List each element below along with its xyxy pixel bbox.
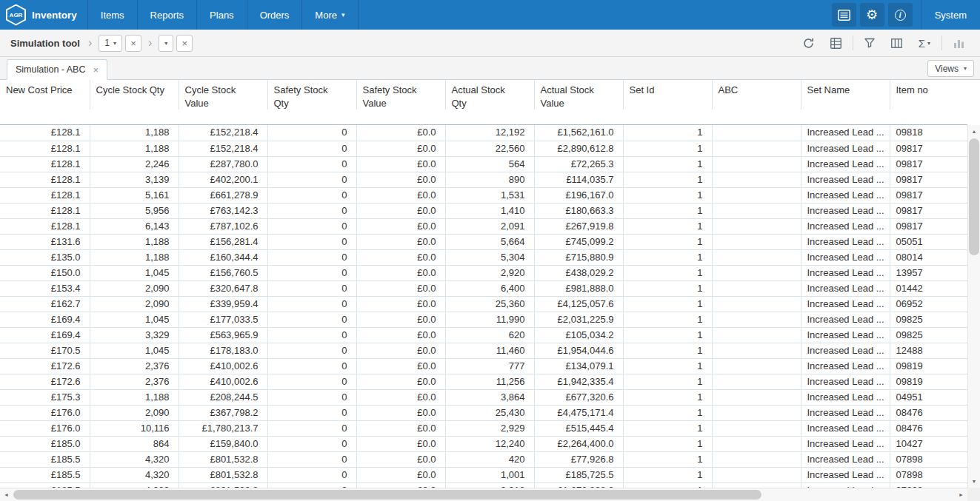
column-header-set-id[interactable]: Set Id [623, 80, 712, 110]
close-icon[interactable]: × [93, 64, 99, 75]
table-row[interactable]: £135.01,188£160,344.40£0.05,304£715,880.… [0, 249, 967, 265]
tab-simulation-abc[interactable]: Simulation - ABC × [7, 59, 107, 80]
cell [712, 187, 801, 203]
nav-item-items[interactable]: Items [87, 0, 138, 30]
nav-item-system[interactable]: System [921, 0, 980, 30]
list-panel-button[interactable] [832, 3, 856, 27]
settings-button[interactable]: ⚙ [860, 3, 884, 27]
column-header-set-name[interactable]: Set Name [801, 80, 890, 110]
cell: £410,002.6 [179, 358, 267, 374]
top-nav: AGR Inventory Items Reports Plans Orders… [0, 0, 980, 30]
scroll-left-icon[interactable]: ◄ [0, 488, 13, 501]
table-row[interactable]: £128.15,956£763,142.30£0.01,410£180,663.… [0, 203, 967, 218]
cell: 25,430 [445, 405, 534, 420]
nav-item-more[interactable]: More ▾ [302, 0, 358, 30]
cell: 1 [623, 343, 712, 358]
column-header-item-no[interactable]: Item no [890, 80, 967, 110]
table-row[interactable]: £162.72,090£339,959.40£0.025,360£4,125,0… [0, 296, 967, 312]
table-row[interactable]: £185.54,320£801,532.80£0.09,016£1,672,82… [0, 482, 967, 488]
cell: £0.0 [356, 187, 445, 203]
cell: 01442 [890, 280, 967, 296]
table-row[interactable]: £128.11,188£152,218.40£0.022,560£2,890,6… [0, 141, 967, 156]
table-row[interactable]: £169.43,329£563,965.90£0.0620£105,034.21… [0, 327, 967, 343]
cell: Increased Lead ... [801, 358, 890, 374]
table-row[interactable]: £169.41,045£177,033.50£0.011,990£2,031,2… [0, 312, 967, 327]
table-row[interactable]: £176.02,090£367,798.20£0.025,430£4,475,1… [0, 405, 967, 420]
table-row[interactable]: £128.11,188£152,218.40£0.012,192£1,562,1… [0, 125, 967, 141]
scroll-down-icon[interactable]: ▼ [968, 475, 980, 488]
cell: £180,663.3 [534, 203, 623, 218]
cell: Increased Lead ... [801, 482, 890, 488]
secondary-select[interactable]: ▾ [159, 35, 173, 52]
refresh-button[interactable] [795, 34, 822, 52]
cell: 13957 [890, 265, 967, 280]
table-row[interactable]: £172.62,376£410,002.60£0.0777£134,079.11… [0, 358, 967, 374]
cell: 1,045 [90, 312, 179, 327]
cell: 1 [623, 218, 712, 234]
cell: 864 [90, 436, 179, 451]
cell: £0.0 [356, 343, 445, 358]
column-header-new-cost-price[interactable]: New Cost Price [0, 80, 90, 110]
scroll-right-icon[interactable]: ► [955, 488, 967, 501]
cell: 09825 [890, 327, 967, 343]
table-row[interactable]: £172.62,376£410,002.60£0.011,256£1,942,3… [0, 374, 967, 389]
cell: 3,329 [90, 327, 179, 343]
toolbar: Simulation tool › 1 ▾ × › ▾ × [0, 30, 980, 57]
aggregates-button[interactable]: Σ ▾ [910, 34, 939, 52]
table-row[interactable]: £153.42,090£320,647.80£0.06,400£981,888.… [0, 280, 967, 296]
scroll-up-icon[interactable]: ▲ [968, 125, 980, 138]
table-row[interactable]: £185.0864£159,840.00£0.012,240£2,264,400… [0, 436, 967, 451]
column-header-actual-stock-value[interactable]: Actual Stock Value [534, 80, 623, 110]
excel-export-button[interactable] [822, 34, 850, 52]
cell: £287,780.0 [179, 156, 267, 172]
cell: 1,045 [90, 265, 179, 280]
column-header-abc[interactable]: ABC [712, 80, 801, 110]
column-header-cycle-stock-value[interactable]: Cycle Stock Value [179, 80, 267, 110]
nav-item-label: Orders [260, 10, 290, 21]
cell: £114,035.7 [534, 172, 623, 187]
cell: 2,929 [445, 420, 534, 436]
column-header-safety-stock-value[interactable]: Safety Stock Value [356, 80, 445, 110]
nav-item-reports[interactable]: Reports [138, 0, 198, 30]
cell: 0 [267, 389, 356, 405]
table-row[interactable]: £185.54,320£801,532.80£0.01,001£185,725.… [0, 467, 967, 482]
cell [712, 343, 801, 358]
table-row[interactable]: £185.54,320£801,532.80£0.0420£77,926.81I… [0, 451, 967, 467]
chart-button[interactable] [945, 34, 973, 52]
grid-header: New Cost PriceCycle Stock QtyCycle Stock… [0, 80, 967, 125]
table-row[interactable]: £128.13,139£402,200.10£0.0890£114,035.71… [0, 172, 967, 187]
table-row[interactable]: £175.31,188£208,244.50£0.03,864£677,320.… [0, 389, 967, 405]
close-simulation-button[interactable]: × [125, 35, 141, 52]
simulation-select[interactable]: 1 ▾ [99, 35, 122, 52]
info-button[interactable]: i [888, 3, 913, 27]
table-row[interactable]: £128.12,246£287,780.00£0.0564£72,265.31I… [0, 156, 967, 172]
nav-item-plans[interactable]: Plans [197, 0, 247, 30]
cell [712, 451, 801, 467]
vertical-scrollbar-thumb[interactable] [969, 138, 979, 255]
table-row[interactable]: £170.51,045£178,183.00£0.011,460£1,954,0… [0, 343, 967, 358]
breadcrumb-title: Simulation tool [10, 38, 80, 49]
table-row[interactable]: £131.61,188£156,281.40£0.05,664£745,099.… [0, 234, 967, 249]
views-button[interactable]: Views ▾ [927, 60, 974, 77]
column-header-cycle-stock-qty[interactable]: Cycle Stock Qty [90, 80, 179, 110]
horizontal-scrollbar-thumb[interactable] [13, 490, 761, 500]
cell: £177,033.5 [179, 312, 267, 327]
nav-item-orders[interactable]: Orders [247, 0, 303, 30]
cell: 890 [445, 172, 534, 187]
columns-button[interactable] [883, 34, 910, 52]
column-header-safety-stock-qty[interactable]: Safety Stock Qty [267, 80, 356, 110]
brand[interactable]: AGR Inventory [0, 0, 87, 30]
simulation-select-value: 1 [104, 38, 110, 48]
close-secondary-button[interactable]: × [176, 35, 193, 52]
table-row[interactable]: £128.15,161£661,278.90£0.01,531£196,167.… [0, 187, 967, 203]
table-row[interactable]: £128.16,143£787,102.60£0.02,091£267,919.… [0, 218, 967, 234]
table-row[interactable]: £150.01,045£156,760.50£0.02,920£438,029.… [0, 265, 967, 280]
cell: Increased Lead ... [801, 296, 890, 312]
horizontal-scrollbar[interactable]: ◄ ► [0, 488, 967, 501]
cell: £801,532.8 [179, 482, 267, 488]
vertical-scrollbar[interactable]: ▲ ▼ [967, 125, 980, 488]
table-row[interactable]: £176.010,116£1,780,213.70£0.02,929£515,4… [0, 420, 967, 436]
column-header-actual-stock-qty[interactable]: Actual Stock Qty [445, 80, 534, 110]
cell: 1,410 [445, 203, 534, 218]
filter-button[interactable] [856, 34, 883, 52]
